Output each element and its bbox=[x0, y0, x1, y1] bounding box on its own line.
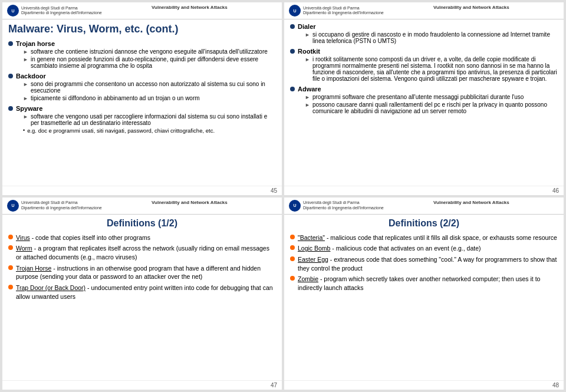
list-item: ► sono dei programmi che consentono un a… bbox=[23, 81, 276, 94]
slide-45-footer: 45 bbox=[2, 186, 282, 195]
list-item: ► si occupano di gestire di nascosto e i… bbox=[305, 31, 558, 44]
slide-grid: U Università degli Studi di Parma Dipart… bbox=[0, 0, 566, 392]
slide-45-header: U Università degli Studi di Parma Dipart… bbox=[2, 2, 282, 19]
list-item: ► possono causare danni quali rallentame… bbox=[305, 101, 558, 114]
slide-46-footer: 46 bbox=[284, 186, 564, 195]
slide-46-list: Dialer ► si occupano di gestire di nasco… bbox=[290, 23, 558, 116]
section-label: Trojan horse bbox=[16, 40, 55, 47]
list-item: Trap Door (or Back Door) - undocumented … bbox=[8, 284, 276, 301]
term-label: Trojan Horse bbox=[16, 265, 51, 272]
university-name: Università degli Studi di Parma Dipartim… bbox=[303, 6, 384, 16]
list-item: ► i rootkit solitamente sono composti da… bbox=[305, 56, 558, 82]
spyware-sub-list: ► software che vengono usati per raccogl… bbox=[23, 113, 276, 126]
backdoor-sub-list: ► sono dei programmi che consentono un a… bbox=[23, 81, 276, 101]
list-item: Rootkit ► i rootkit solitamente sono com… bbox=[290, 48, 558, 83]
bullet-icon bbox=[290, 256, 295, 261]
list-item: Backdoor ► sono dei programmi che consen… bbox=[8, 73, 276, 103]
term-label: Zombie bbox=[298, 275, 318, 282]
bullet-icon bbox=[290, 235, 295, 239]
bullet-icon bbox=[290, 276, 295, 281]
list-item: Spyware ► software che vengono usati per… bbox=[8, 105, 276, 135]
slide-45-header-title: Vulnerability and Network Attacks bbox=[102, 5, 277, 10]
list-item: ► software che contiene istruzioni danno… bbox=[23, 48, 276, 55]
slide-48-title: Definitions (2/2) bbox=[290, 218, 558, 229]
bullet-icon bbox=[8, 74, 13, 78]
list-item: Logic Bomb - malicious code that activat… bbox=[290, 244, 558, 253]
slide-47-def-list: Virus - code that copies itself into oth… bbox=[8, 233, 276, 301]
list-item: Zombie - program which secretly takes ov… bbox=[290, 275, 558, 292]
university-name: Università degli Studi di Parma Dipartim… bbox=[303, 200, 384, 210]
slide-47-header-title: Vulnerability and Network Attacks bbox=[102, 200, 277, 205]
definition-text: Virus - code that copies itself into oth… bbox=[16, 233, 150, 242]
definition-text: Trap Door (or Back Door) - undocumented … bbox=[16, 284, 276, 301]
term-label: Easter Egg bbox=[298, 256, 328, 263]
list-item: Dialer ► si occupano di gestire di nasco… bbox=[290, 23, 558, 45]
bullet-icon bbox=[8, 245, 13, 250]
list-item: ► programmi software che presentano all'… bbox=[305, 94, 558, 100]
slide-45-logo: U Università degli Studi di Parma Dipart… bbox=[7, 5, 102, 17]
slide-45-list: Trojan horse ► software che contiene ist… bbox=[8, 40, 276, 135]
spyware-sub-sub-list: e.g. doc e programmi usati, siti navigat… bbox=[23, 127, 276, 134]
definition-text: Logic Bomb - malicious code that activat… bbox=[298, 244, 481, 253]
slide-45-title: Malware: Virus, Worm, etc. (cont.) bbox=[8, 23, 276, 35]
definition-text: Easter Egg - extraneous code that does s… bbox=[298, 255, 558, 272]
slide-46-header: U Università degli Studi di Parma Dipart… bbox=[284, 2, 564, 19]
university-logo-icon: U bbox=[7, 5, 19, 17]
section-label: Rootkit bbox=[298, 48, 320, 55]
university-logo-icon: U bbox=[7, 200, 19, 212]
university-name: Università degli Studi di Parma Dipartim… bbox=[21, 6, 102, 16]
section-label: Backdoor bbox=[16, 73, 46, 80]
slide-48-footer: 48 bbox=[284, 380, 564, 390]
list-item: ► in genere non possiede funzioni di aut… bbox=[23, 56, 276, 69]
list-item: Trojan Horse - instructions in an otherw… bbox=[8, 264, 276, 281]
arrow-icon: ► bbox=[305, 32, 310, 38]
slide-46: U Università degli Studi di Parma Dipart… bbox=[284, 2, 564, 195]
university-logo-icon: U bbox=[289, 200, 301, 212]
slide-48-header-title: Vulnerability and Network Attacks bbox=[384, 200, 559, 205]
list-item: Trojan horse ► software che contiene ist… bbox=[8, 40, 276, 70]
bullet-icon bbox=[8, 285, 13, 289]
slide-48: U Università degli Studi di Parma Dipart… bbox=[284, 197, 564, 390]
list-item: ► tipicamente si diffondono in abbinamen… bbox=[23, 95, 276, 101]
slide-47-content: Definitions (1/2) Virus - code that copi… bbox=[2, 215, 282, 381]
definition-text: Trojan Horse - instructions in an otherw… bbox=[16, 264, 276, 281]
slide-47: U Università degli Studi di Parma Dipart… bbox=[2, 197, 282, 390]
university-name: Università degli Studi di Parma Dipartim… bbox=[21, 200, 102, 210]
term-label: Virus bbox=[16, 234, 30, 241]
list-item: e.g. doc e programmi usati, siti navigat… bbox=[23, 127, 276, 134]
slide-47-header: U Università degli Studi di Parma Dipart… bbox=[2, 197, 282, 215]
term-label: Worm bbox=[16, 245, 32, 252]
bullet-icon bbox=[8, 265, 13, 270]
slide-48-def-list: "Bacteria" - malicious code that replica… bbox=[290, 233, 558, 292]
slide-47-title: Definitions (1/2) bbox=[8, 218, 276, 229]
section-label: Adware bbox=[298, 85, 321, 93]
bullet-icon bbox=[290, 24, 295, 29]
university-logo-icon: U bbox=[289, 5, 301, 17]
term-label: Trap Door (or Back Door) bbox=[16, 284, 85, 291]
bullet-icon bbox=[8, 41, 13, 46]
arrow-icon: ► bbox=[23, 95, 28, 101]
slide-47-logo: U Università degli Studi di Parma Dipart… bbox=[7, 200, 102, 212]
arrow-icon: ► bbox=[23, 49, 28, 55]
list-item: Virus - code that copies itself into oth… bbox=[8, 233, 276, 242]
slide-46-content: Dialer ► si occupano di gestire di nasco… bbox=[284, 19, 564, 186]
bullet-icon bbox=[8, 235, 13, 239]
bullet-icon bbox=[8, 106, 13, 111]
section-label: Dialer bbox=[298, 23, 316, 30]
list-item: Worm - a program that replicates itself … bbox=[8, 244, 276, 261]
slide-46-logo: U Università degli Studi di Parma Dipart… bbox=[289, 5, 384, 17]
term-label: Logic Bomb bbox=[298, 245, 330, 252]
trojan-sub-list: ► software che contiene istruzioni danno… bbox=[23, 48, 276, 69]
list-item: Easter Egg - extraneous code that does s… bbox=[290, 255, 558, 272]
slide-46-header-title: Vulnerability and Network Attacks bbox=[384, 5, 559, 10]
arrow-icon: ► bbox=[23, 81, 28, 87]
bullet-icon bbox=[290, 87, 295, 91]
definition-text: Worm - a program that replicates itself … bbox=[16, 244, 276, 261]
arrow-icon: ► bbox=[305, 57, 310, 62]
list-item: Adware ► programmi software che presenta… bbox=[290, 85, 558, 116]
bullet-icon bbox=[290, 49, 295, 54]
slide-48-header: U Università degli Studi di Parma Dipart… bbox=[284, 197, 564, 215]
section-label: Spyware bbox=[16, 105, 42, 112]
arrow-icon: ► bbox=[23, 114, 28, 120]
definition-text: Zombie - program which secretly takes ov… bbox=[298, 275, 558, 292]
